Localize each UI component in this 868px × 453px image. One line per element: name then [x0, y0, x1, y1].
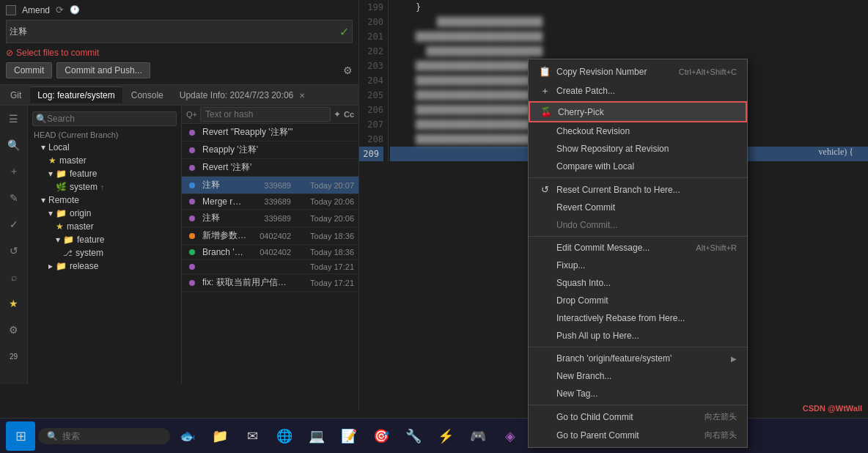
tree-feature-folder[interactable]: ▾ 📁 feature: [28, 167, 181, 180]
menu-edit-commit-msg[interactable]: Edit Commit Message... Alt+Shift+R: [529, 239, 747, 257]
release-arrow: ▸: [48, 261, 53, 271]
menu-branch-origin[interactable]: Branch 'origin/feature/system' ▶: [529, 350, 747, 367]
menu-reset-branch[interactable]: ↺ Reset Current Branch to Here...: [529, 180, 747, 199]
feature-folder-icon: 📁: [56, 169, 67, 179]
nav-search2-icon[interactable]: ⌕: [4, 267, 24, 287]
commit-row[interactable]: fix: 获取当前用户信息报错处... Today 17:21: [182, 274, 358, 292]
commit-message-area: 注释 ✓: [6, 20, 353, 43]
menu-fixup[interactable]: Fixup...: [529, 257, 747, 274]
tab-close-icon[interactable]: ✕: [299, 92, 305, 100]
commit-button[interactable]: Commit: [6, 62, 52, 78]
taskbar-app5-icon[interactable]: ◈: [496, 421, 525, 451]
menu-edit-msg-shortcut: Alt+Shift+R: [696, 243, 737, 252]
menu-branch-origin-label: Branch 'origin/feature/system': [556, 353, 672, 364]
menu-cherry-pick-label: Cherry-Pick: [558, 107, 604, 117]
tree-origin-feature[interactable]: ▾ 📁 feature: [28, 233, 181, 246]
nav-star-icon[interactable]: ★: [4, 293, 24, 314]
taskbar-terminal-icon[interactable]: 💻: [302, 421, 331, 451]
commit-graph-dot: [186, 280, 198, 286]
nav-hamburger-icon[interactable]: ☰: [4, 108, 24, 129]
commit-buttons: Commit Commit and Push... ⚙: [6, 59, 353, 81]
menu-rebase[interactable]: Interactively Rebase from Here...: [529, 309, 747, 327]
nav-settings-icon[interactable]: ⚙: [4, 320, 24, 340]
commit-search-input[interactable]: [200, 107, 331, 122]
tree-master[interactable]: ★ master: [28, 154, 181, 167]
tree-local-group[interactable]: ▾ Local: [28, 141, 181, 154]
menu-drop-commit[interactable]: Drop Commit: [529, 292, 747, 309]
taskbar-app1-icon[interactable]: 🎯: [367, 421, 396, 451]
nav-add-icon[interactable]: ＋: [4, 161, 24, 182]
commit-row[interactable]: Merge remote-tracking branch... 339689 T…: [182, 194, 358, 210]
system-branch-icon: 🌿: [56, 182, 67, 192]
menu-new-branch[interactable]: New Branch...: [529, 367, 747, 385]
nav-search-icon[interactable]: 🔍: [4, 135, 24, 155]
tab-git[interactable]: Git: [3, 87, 29, 103]
log-filter-icon[interactable]: ✦: [334, 109, 341, 119]
origin-folder-icon: 📁: [56, 208, 67, 218]
menu-squash[interactable]: Squash Into...: [529, 274, 747, 292]
taskbar-folder-icon[interactable]: 📁: [205, 421, 235, 451]
taskbar-search-input[interactable]: [62, 431, 158, 441]
settings-icon[interactable]: ⚙: [343, 65, 353, 76]
commit-time: Today 17:21: [295, 279, 354, 287]
menu-cherry-pick[interactable]: 🍒 Cherry-Pick: [529, 101, 747, 122]
menu-copy-revision[interactable]: 📋 Copy Revision Number Ctrl+Alt+Shift+C: [529, 62, 747, 81]
commit-row[interactable]: Branch 'origin/feature/system' 0402402 T…: [182, 245, 358, 260]
tree-head[interactable]: HEAD (Current Branch): [28, 129, 181, 141]
menu-go-parent[interactable]: Go to Parent Commit 向右箭头: [529, 426, 747, 444]
menu-compare-local[interactable]: Compare with Local: [529, 158, 747, 175]
nav-edit-icon[interactable]: ✎: [4, 188, 24, 208]
nav-refresh-icon[interactable]: ↺: [4, 240, 24, 261]
remote-arrow-icon: ▾: [41, 195, 45, 205]
taskbar-app2-icon[interactable]: 🔧: [399, 421, 428, 451]
nav-check-icon[interactable]: ✓: [4, 214, 24, 235]
commit-row[interactable]: Today 17:21: [182, 260, 358, 274]
branch-search-input[interactable]: [47, 114, 150, 124]
nav-git-icon[interactable]: 29: [4, 346, 24, 367]
tree-system[interactable]: 🌿 system ↑: [28, 180, 181, 194]
taskbar-app4-icon[interactable]: 🎮: [463, 421, 493, 451]
menu-rebase-label: Interactively Rebase from Here...: [556, 313, 685, 323]
taskbar-browser-icon[interactable]: 🌐: [270, 421, 299, 451]
tab-console[interactable]: Console: [124, 87, 171, 103]
tab-log[interactable]: Log: feature/system: [30, 86, 122, 103]
taskbar-app3-icon[interactable]: ⚡: [431, 421, 460, 451]
log-cc-icon[interactable]: Cc: [344, 110, 354, 119]
menu-create-patch[interactable]: ＋ Create Patch...: [529, 81, 747, 101]
commit-graph-dot: [186, 165, 198, 171]
taskbar-email-icon[interactable]: ✉: [238, 421, 267, 451]
menu-go-child[interactable]: Go to Child Commit 向左箭头: [529, 408, 747, 426]
tree-release[interactable]: ▸ 📁 release: [28, 259, 181, 273]
system-label: system: [70, 182, 98, 192]
head-label: HEAD (Current Branch): [34, 130, 119, 139]
commit-row[interactable]: Revert '注释': [182, 159, 358, 177]
search-prefix-icon: Q+: [186, 110, 197, 119]
start-button[interactable]: ⊞: [6, 421, 35, 451]
commit-push-button[interactable]: Commit and Push...: [56, 62, 150, 78]
commit-graph-dot: [186, 199, 198, 205]
taskbar-notes-icon[interactable]: 📝: [334, 421, 364, 451]
commit-row[interactable]: Revert "Reapply '注释'": [182, 124, 358, 141]
tree-origin-folder[interactable]: ▾ 📁 origin: [28, 207, 181, 220]
tree-origin-master[interactable]: ★ master: [28, 220, 181, 233]
commit-row-selected[interactable]: 注释 339689 Today 20:07: [182, 177, 358, 194]
menu-drop-label: Drop Commit: [556, 295, 608, 306]
menu-checkout-revision[interactable]: Checkout Revision: [529, 122, 747, 140]
taskbar-fish-icon[interactable]: 🐟: [173, 421, 202, 451]
amend-checkbox[interactable]: [6, 5, 16, 15]
patch-icon: ＋: [539, 84, 551, 97]
menu-separator-3: [529, 347, 747, 347]
menu-undo-label: Undo Commit...: [556, 220, 617, 230]
menu-push-up[interactable]: Push All up to Here...: [529, 327, 747, 345]
commit-row[interactable]: 注释 339689 Today 20:06: [182, 210, 358, 227]
menu-new-tag[interactable]: New Tag...: [529, 385, 747, 402]
menu-edit-msg-label: Edit Commit Message...: [556, 243, 650, 253]
menu-new-tag-label: New Tag...: [556, 388, 597, 399]
tab-update-info[interactable]: Update Info: 2024/7/23 20:06 ✕: [172, 87, 312, 103]
menu-show-repository[interactable]: Show Repository at Revision: [529, 140, 747, 158]
commit-row[interactable]: 新增参数统一校验 交易记录接口 0402402 Today 18:36: [182, 227, 358, 245]
menu-revert-commit[interactable]: Revert Commit: [529, 199, 747, 216]
tree-remote-group[interactable]: ▾ Remote: [28, 194, 181, 207]
commit-row[interactable]: Reapply '注释': [182, 141, 358, 159]
tree-origin-system[interactable]: ⎇ system: [28, 246, 181, 259]
